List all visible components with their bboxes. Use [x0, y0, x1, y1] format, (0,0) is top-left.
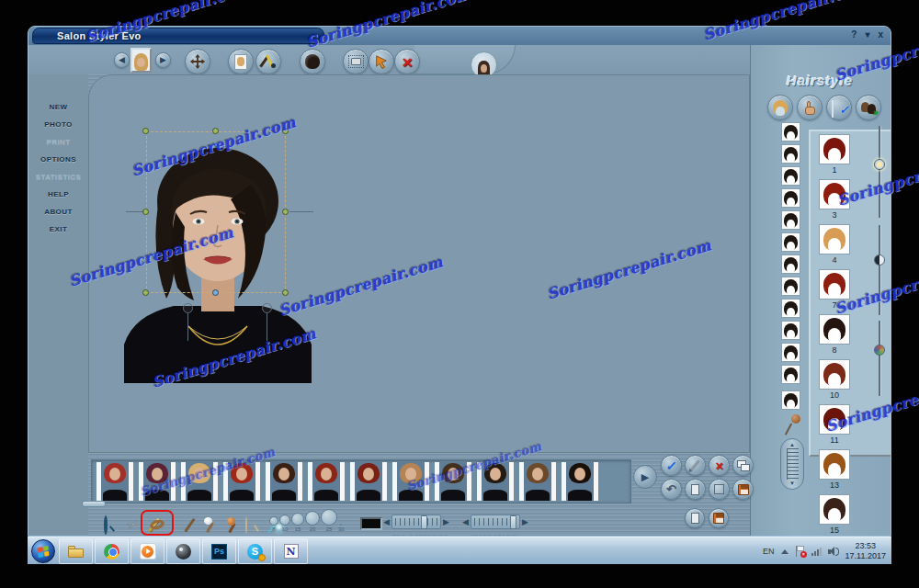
hairstyle-thumbnail[interactable] — [819, 269, 850, 300]
editor-canvas[interactable] — [88, 74, 750, 453]
decrease-arrow-icon[interactable]: ◀ — [383, 518, 390, 526]
clock[interactable]: 23:53 17.11.2017 — [845, 541, 886, 561]
close-button[interactable]: x — [878, 28, 883, 41]
selection-handle-e[interactable] — [282, 209, 289, 215]
hairstyle-item[interactable]: 7 — [812, 269, 857, 314]
recent-hairstyle-icon[interactable] — [781, 122, 800, 141]
preview-thumbnail[interactable] — [392, 462, 429, 501]
zoom-slider[interactable]: ▲ ▼ — [780, 438, 804, 490]
tab-manual-fit[interactable] — [797, 95, 823, 120]
help-button[interactable]: ? — [851, 28, 857, 41]
edit-button[interactable] — [685, 455, 706, 476]
hairstyle-mode-button[interactable] — [300, 49, 325, 74]
hairstyle-thumbnail[interactable] — [819, 404, 850, 435]
slider-down-icon[interactable]: ▼ — [789, 481, 795, 486]
hairstyle-thumbnail[interactable] — [819, 179, 850, 209]
prev-photo-button[interactable]: ◀ — [114, 52, 130, 68]
print-button[interactable] — [343, 49, 369, 74]
recent-hairstyle-icon[interactable] — [781, 277, 800, 296]
pressure-track[interactable]: TOOLS PRESSURE — [391, 514, 441, 529]
hairstyle-item[interactable]: 4 — [812, 224, 857, 269]
hairstyle-item[interactable]: 3 — [812, 179, 857, 224]
recent-hairstyle-icon[interactable] — [781, 365, 800, 384]
filmstrip-scrollbar[interactable] — [82, 501, 106, 507]
hairstyle-thumbnail[interactable] — [819, 359, 850, 390]
recent-hairstyle-icon[interactable] — [781, 144, 800, 164]
network-icon[interactable] — [811, 548, 822, 556]
menu-item[interactable]: NEW — [28, 98, 88, 116]
preview-thumbnail[interactable] — [519, 462, 556, 501]
remove-hairstyle-button[interactable]: × — [709, 455, 730, 476]
hairstyle-thumbnail[interactable] — [819, 134, 850, 164]
contrast-icon[interactable] — [874, 254, 885, 266]
photoshop-button[interactable]: Ps — [202, 538, 236, 564]
selection-handle-sw[interactable] — [142, 289, 149, 296]
menu-item[interactable]: PHOTO — [28, 116, 88, 133]
opacity-thumb[interactable] — [510, 515, 516, 529]
tab-apply[interactable]: ✓ — [826, 95, 852, 120]
hairstyle-item[interactable]: 13 — [812, 449, 857, 494]
brush-size-option[interactable]: 10 — [279, 514, 290, 532]
brush-size-option[interactable]: 15 — [291, 513, 304, 532]
clear-view-button[interactable] — [709, 479, 730, 500]
menu-item[interactable]: EXIT — [28, 220, 88, 238]
recent-hairstyle-icon[interactable] — [781, 343, 800, 362]
save-view-button[interactable] — [732, 479, 754, 500]
volume-icon[interactable] — [828, 546, 839, 557]
lasso-tool[interactable] — [243, 514, 263, 536]
menu-item[interactable]: STATISTICS — [28, 168, 88, 186]
recent-hairstyle-icon[interactable] — [781, 232, 800, 252]
minimize-button[interactable]: ▾ — [865, 28, 869, 41]
brightness-icon[interactable] — [874, 159, 885, 170]
preview-thumbnail[interactable] — [308, 462, 345, 501]
recent-hairstyle-icon[interactable] — [781, 166, 800, 186]
menu-item[interactable]: ABOUT — [28, 203, 88, 220]
hairstyle-thumbnail[interactable] — [819, 449, 850, 480]
pointer-tool-button[interactable] — [369, 49, 394, 74]
slider-up-icon[interactable]: ▲ — [789, 442, 795, 447]
opacity-track[interactable]: IMAGE OPACITY — [471, 514, 520, 529]
menu-item[interactable]: HELP — [28, 186, 88, 203]
recent-hairstyle-icon[interactable] — [781, 254, 800, 274]
new-view-button[interactable] — [685, 479, 706, 500]
preview-thumbnail[interactable] — [223, 462, 260, 501]
start-button[interactable] — [31, 539, 55, 563]
filmstrip-next-button[interactable]: ▶ — [633, 465, 657, 489]
selection-handle-se[interactable] — [282, 289, 289, 296]
color-swatch[interactable] — [360, 517, 382, 530]
photo-mode-button[interactable] — [228, 49, 254, 74]
recent-hairstyle-icon[interactable] — [781, 390, 800, 410]
slider-ruler[interactable] — [787, 448, 799, 480]
undo-button[interactable]: ↶ — [661, 479, 682, 500]
menu-item[interactable]: PRINT — [28, 133, 88, 151]
recent-hairstyle-icon[interactable] — [781, 188, 800, 208]
preview-thumbnail[interactable] — [477, 462, 514, 501]
preview-thumbnail[interactable] — [266, 462, 302, 501]
shoulder-handle-left[interactable] — [183, 303, 193, 313]
shoulder-handle-right[interactable] — [262, 303, 272, 313]
tools-mode-button[interactable] — [255, 49, 281, 74]
hairstyle-item[interactable]: 11 — [812, 404, 857, 449]
copy-views-button[interactable] — [732, 455, 754, 476]
apply-button[interactable]: ✓ — [661, 455, 682, 476]
round-brush-tool[interactable] — [221, 514, 242, 536]
delete-button[interactable]: × — [394, 49, 420, 74]
straightener-tool[interactable] — [179, 514, 199, 536]
media-player-button[interactable] — [130, 538, 165, 564]
brush-size-option[interactable]: 30 — [338, 524, 345, 532]
preview-thumbnail[interactable] — [350, 462, 387, 501]
curler-tool[interactable] — [147, 514, 167, 536]
recent-hairstyle-icon[interactable] — [781, 321, 800, 340]
recent-hairstyle-icon[interactable] — [781, 299, 800, 318]
pressure-thumb[interactable] — [421, 515, 427, 529]
hairstyle-item[interactable]: 8 — [812, 314, 857, 359]
pin-icon[interactable] — [786, 414, 800, 436]
preview-thumbnail[interactable] — [181, 462, 218, 501]
next-photo-button[interactable]: ▶ — [155, 52, 171, 68]
move-tool-button[interactable] — [185, 49, 210, 74]
hairstyle-thumbnail[interactable] — [819, 224, 850, 254]
selection-handle-s[interactable] — [212, 289, 219, 296]
selection-box[interactable] — [146, 131, 286, 293]
skype-button[interactable]: S — [238, 538, 272, 564]
recorder-button[interactable] — [166, 538, 200, 564]
